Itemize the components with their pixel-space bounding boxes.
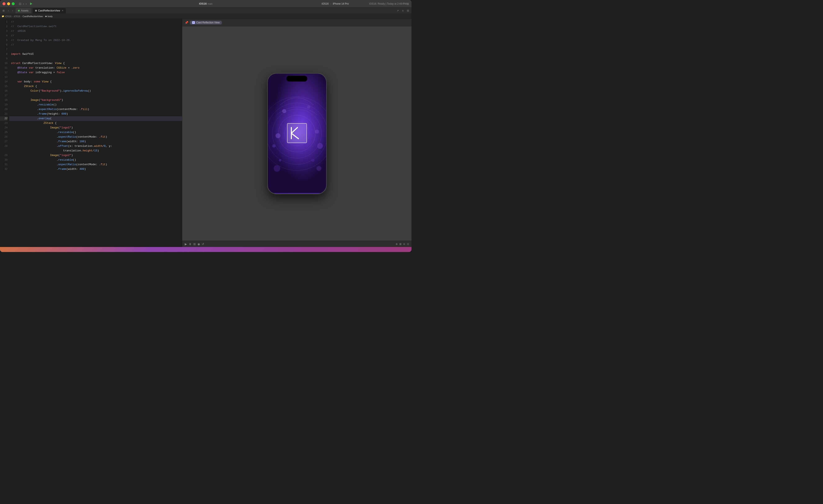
preview-header: 📌 Card Reflection View	[182, 19, 412, 26]
ln-3: 3	[0, 29, 8, 33]
code-line-5: // Created by Meng To on 2022-10-26.	[9, 38, 182, 43]
target-selector: iOS16 › iPhone 14 Pro	[322, 2, 349, 5]
code-editor[interactable]: 1 2 3 4 5 6 7 8 9 10 11 12 13 14 15 16 1	[0, 19, 182, 247]
forward-icon[interactable]: ›	[26, 2, 27, 5]
ln-5: 5	[0, 38, 8, 43]
breadcrumb-sep-1: ›	[12, 15, 13, 17]
svg-point-11	[317, 143, 323, 149]
maximize-button[interactable]	[12, 2, 15, 5]
preview-settings-icon[interactable]: ◉	[197, 242, 200, 246]
main-content: 1 2 3 4 5 6 7 8 9 10 11 12 13 14 15 16 1	[0, 19, 412, 247]
zoom-fit-icon[interactable]: ⊠	[399, 242, 401, 245]
tab-cardreflectionview-label: CardReflectionView	[38, 9, 60, 12]
code-line-28: .offset(x: translation.width/8, y:	[9, 144, 182, 149]
preview-title-badge: Card Reflection View	[190, 21, 222, 24]
breadcrumb-sep-2: ›	[21, 15, 22, 17]
svg-point-9	[272, 144, 276, 147]
ln-15: 15	[0, 84, 8, 89]
zoom-in-icon[interactable]: ⊕	[395, 242, 398, 245]
ln-6: 6	[0, 43, 8, 47]
grid-icon[interactable]: ⊞	[2, 9, 5, 13]
code-line-26: .aspectRatio(contentMode: .fit)	[9, 135, 182, 139]
titlebar-left-controls: ⊡ ‹ ›	[19, 2, 34, 6]
run-button[interactable]	[28, 2, 34, 6]
zoom-out-icon[interactable]: ⊖	[403, 242, 405, 245]
titlebar-controls: iOS16: Ready | Today at 2:49 PM + ⊞	[369, 2, 409, 5]
play-icon[interactable]: ▶	[185, 242, 187, 246]
ln-4: 4	[0, 33, 8, 38]
breadcrumb-sep-3: ›	[43, 15, 44, 17]
code-line-32: .frame(width: 400)	[9, 167, 182, 171]
inspector-list-icon[interactable]: ≡	[401, 9, 404, 13]
target-divider: ›	[330, 2, 331, 5]
code-line-8: import SwiftUI	[9, 52, 182, 56]
code-line-22: .overlay(	[9, 116, 182, 121]
phone-mockup	[267, 73, 327, 194]
inspector-icons: ↗ ≡ ⊟	[396, 9, 410, 13]
zoom-controls: ⊕ ⊠ ⊖ ⊡	[395, 242, 409, 245]
preview-title-text: Card Reflection View	[196, 21, 220, 24]
breadcrumb-ios16-1[interactable]: 📁 iOS16	[2, 15, 11, 18]
ln-14: 14	[0, 79, 8, 84]
back-icon[interactable]: ‹	[23, 2, 24, 5]
ln-8: 8	[0, 52, 8, 56]
zoom-reset-icon[interactable]: ⊡	[407, 242, 409, 245]
svg-point-13	[279, 159, 281, 161]
code-line-1: //	[9, 20, 182, 24]
code-line-15: ZStack {	[9, 84, 182, 89]
ln-30: 30	[0, 158, 8, 162]
preview-refresh-icon[interactable]: ↺	[202, 242, 204, 246]
breadcrumb-ios16-2[interactable]: iOS16	[14, 15, 20, 18]
code-line-14: var body: some View {	[9, 79, 182, 84]
ln-9: 9	[0, 56, 8, 61]
code-line-9	[9, 56, 182, 61]
grid-view-icon[interactable]: ⊞	[193, 242, 196, 246]
breadcrumb-body[interactable]: ◆ body	[45, 15, 53, 18]
split-view-icon[interactable]: ⊞	[406, 2, 409, 5]
code-line-29: Image("logo2")	[9, 153, 182, 158]
preview-toolbar: ▶ ⏸ ⊞ ◉ ↺ ⊕ ⊠ ⊖ ⊡	[182, 241, 412, 247]
phone-notch	[286, 76, 307, 81]
minimize-button[interactable]	[7, 2, 10, 5]
code-line-6: //	[9, 43, 182, 47]
code-area: 1 2 3 4 5 6 7 8 9 10 11 12 13 14 15 16 1	[0, 19, 182, 247]
ln-29: 29	[0, 153, 8, 158]
code-lines[interactable]: // // CardReflectionView.swift // iOS16 …	[9, 19, 182, 247]
ln-2: 2	[0, 24, 8, 29]
nav-back-icon[interactable]: ‹	[7, 9, 10, 13]
svg-point-8	[276, 133, 280, 138]
code-line-17	[9, 93, 182, 98]
titlebar: ⊡ ‹ › iOS16 main iOS16 › iPhone 14 Pro i…	[0, 0, 412, 8]
code-line-7	[9, 47, 182, 52]
code-line-10: struct CardReflectionView: View {	[9, 61, 182, 66]
pin-icon[interactable]: 📌	[185, 21, 188, 24]
ln-1: 1	[0, 20, 8, 24]
code-line-2: // CardReflectionView.swift	[9, 24, 182, 29]
svg-rect-18	[287, 123, 307, 143]
target-scheme[interactable]: iOS16	[322, 2, 329, 5]
pause-icon[interactable]: ⏸	[189, 242, 192, 246]
ln-19: 19	[0, 103, 8, 107]
navigator-toggle-icon[interactable]: ⊡	[19, 2, 21, 5]
code-line-12: @State var isDragging = false	[9, 70, 182, 75]
code-line-21: .frame(height: 600)	[9, 112, 182, 116]
breadcrumb-cardreflectionview[interactable]: CardReflectionView	[23, 15, 43, 18]
nav-forward-icon[interactable]: ›	[11, 9, 14, 13]
code-line-3: // iOS16	[9, 29, 182, 33]
code-line-25: .resizable()	[9, 130, 182, 135]
ln-10: 10	[0, 61, 8, 66]
tab-close-icon[interactable]: ✕	[62, 9, 63, 12]
ln-11: 11	[0, 66, 8, 70]
inspector-expand-icon[interactable]: ↗	[396, 9, 399, 13]
target-device[interactable]: iPhone 14 Pro	[333, 2, 349, 5]
tab-assets[interactable]: Assets	[15, 8, 31, 13]
code-line-19: .resizable()	[9, 103, 182, 107]
inspector-panel-icon[interactable]: ⊟	[406, 9, 410, 13]
project-subtitle: main	[207, 3, 212, 5]
ln-18: 18	[0, 98, 8, 103]
navbar: ⊞ ‹ › Assets CardReflectionView ✕ ↗ ≡ ⊟	[0, 8, 412, 14]
tab-cardreflectionview[interactable]: CardReflectionView ✕	[33, 8, 66, 13]
folder-icon: 📁	[2, 15, 4, 17]
close-button[interactable]	[3, 2, 5, 5]
ln-31: 31	[0, 162, 8, 167]
